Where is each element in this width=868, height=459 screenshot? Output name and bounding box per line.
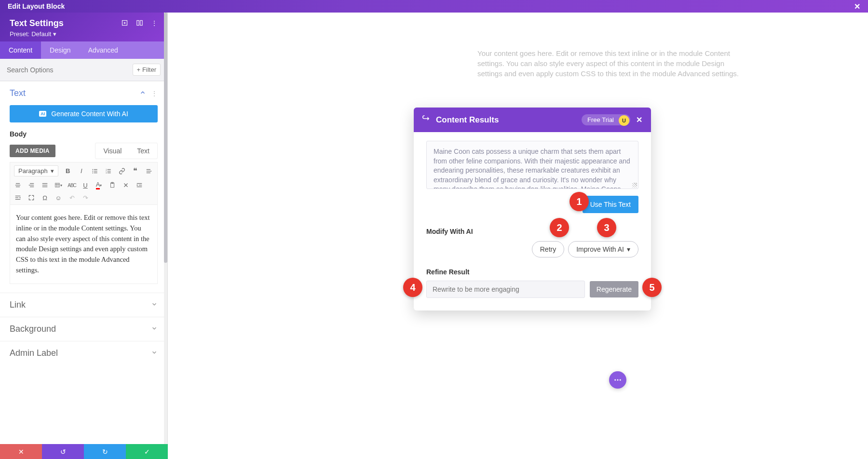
more-icon[interactable]: ⋮ [151,19,158,28]
callout-3: 3 [597,218,616,237]
close-dialog-icon[interactable]: ✕ [636,115,642,124]
settings-sidebar: Text Settings ⋮ Preset: Default ▾ Conten [0,13,168,444]
settings-tabs: Content Design Advanced [0,41,167,59]
use-this-text-button[interactable]: Use This Text [583,196,638,213]
regenerate-button[interactable]: Regenerate [590,281,638,297]
outdent-icon[interactable] [14,194,22,202]
svg-rect-39 [15,197,18,198]
indent-icon[interactable] [136,181,143,189]
svg-rect-0 [122,20,127,25]
refine-result-label: Refine Result [426,268,638,276]
chevron-down-icon: ▾ [627,245,630,253]
chevron-down-icon: ▾ [51,167,54,175]
tab-content[interactable]: Content [0,41,41,59]
sections-scroll: Text ⋮ AI Generate Content With AI Body … [0,81,167,444]
redo-icon[interactable]: ↷ [81,194,89,202]
svg-rect-20 [15,185,21,185]
svg-point-44 [620,379,621,381]
special-char-icon[interactable]: Ω [41,194,49,202]
svg-rect-40 [15,199,21,200]
svg-rect-18 [146,172,150,173]
add-media-button[interactable]: ADD MEDIA [10,145,55,157]
editor-canvas: Your content goes here. Edit or remove t… [168,13,868,444]
chevron-down-icon [151,349,158,357]
align-right-icon[interactable] [27,181,35,189]
dialog-title: Content Results [436,115,499,125]
refine-input[interactable] [426,281,585,298]
fullscreen2-icon[interactable] [27,194,35,202]
resize-handle[interactable] [632,183,637,188]
strikethrough-icon[interactable]: ABC [68,181,76,189]
sidebar-scrollbar[interactable] [164,13,167,444]
svg-rect-8 [94,171,97,171]
tab-advanced[interactable]: Advanced [80,41,127,59]
italic-icon[interactable]: I [78,167,85,175]
align-left-icon[interactable] [145,167,153,175]
paragraph-select[interactable]: Paragraph ▾ [14,165,58,176]
fab-more-icon[interactable] [609,371,626,389]
undo-button[interactable]: ↺ [42,444,84,459]
svg-rect-25 [42,183,48,184]
section-admin-label-header[interactable]: Admin Label [0,341,167,365]
free-trial-pill[interactable]: Free Trial U [582,114,630,125]
rte-tab-text[interactable]: Text [129,143,157,159]
table-icon[interactable]: ▾ [54,181,62,189]
svg-point-6 [92,172,93,173]
svg-marker-41 [19,197,20,199]
ai-result-textarea[interactable]: Maine Coon cats possess a unique charm t… [426,141,638,189]
redo-button[interactable]: ↻ [84,444,126,459]
svg-rect-9 [94,172,97,173]
section-background-header[interactable]: Background [0,317,167,341]
paste-icon[interactable] [108,181,116,189]
align-center-icon[interactable] [14,181,22,189]
fullscreen-icon[interactable] [121,19,128,28]
chevron-up-icon [139,89,146,97]
underline-icon[interactable]: U [81,181,89,189]
rte-toolbar: Paragraph ▾ B I 123 ❝ [10,162,158,205]
body-editor[interactable]: Your content goes here. Edit or remove t… [10,205,158,284]
svg-rect-36 [137,187,142,187]
svg-rect-38 [15,196,21,196]
section-link-header[interactable]: Link [0,293,167,317]
quote-icon[interactable]: ❝ [132,167,139,175]
svg-rect-12 [107,172,110,173]
section-menu-icon[interactable]: ⋮ [151,90,158,97]
filter-button[interactable]: + Filter [133,64,161,76]
clear-format-icon[interactable] [122,181,130,189]
retry-button[interactable]: Retry [532,241,564,257]
rte-tab-visual[interactable]: Visual [95,143,129,159]
text-color-icon[interactable]: A▾ [95,181,103,189]
section-text-header[interactable]: Text ⋮ [0,81,167,105]
svg-rect-21 [16,187,20,187]
improve-with-ai-button[interactable]: Improve With AI ▾ [568,241,638,257]
upgrade-badge-icon: U [619,115,629,126]
chevron-down-icon [151,325,158,333]
canvas-placeholder-text[interactable]: Your content goes here. Edit or remove t… [477,48,749,79]
search-input[interactable] [7,66,133,74]
emoji-icon[interactable]: ☺ [54,194,62,202]
bullet-list-icon[interactable] [91,167,99,175]
link-icon[interactable] [118,167,126,175]
ai-badge-icon: AI [39,111,46,117]
preset-selector[interactable]: Preset: Default ▾ [10,30,158,38]
tab-design[interactable]: Design [41,41,80,59]
svg-rect-27 [42,187,48,187]
callout-4: 4 [403,278,422,297]
numbered-list-icon[interactable]: 123 [105,167,112,175]
align-justify-icon[interactable] [41,181,49,189]
generate-ai-button[interactable]: AI Generate Content With AI [10,105,158,122]
close-icon[interactable]: ✕ [854,2,860,11]
back-icon[interactable] [422,114,431,125]
content-results-dialog: Content Results Free Trial U ✕ Maine Coo… [414,108,651,310]
callout-2: 2 [550,218,569,237]
undo-icon[interactable]: ↶ [68,194,76,202]
top-banner: Edit Layout Block ✕ [0,0,868,13]
cancel-button[interactable]: ✕ [0,444,42,459]
bold-icon[interactable]: B [64,167,72,175]
svg-rect-3 [140,20,142,25]
columns-icon[interactable] [136,19,143,28]
svg-point-4 [92,169,93,170]
save-button[interactable]: ✓ [126,444,168,459]
settings-title: Text Settings [10,18,121,28]
svg-rect-22 [30,183,34,184]
